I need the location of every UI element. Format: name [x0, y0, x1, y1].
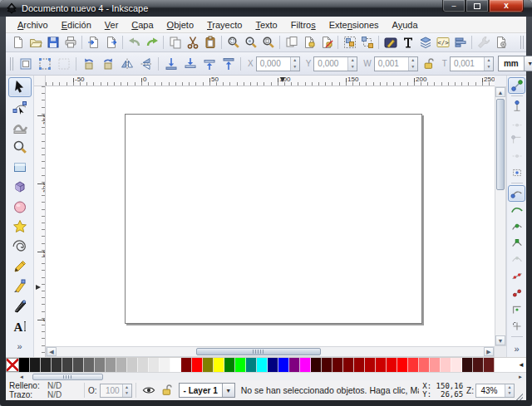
color-swatch[interactable]: [268, 358, 278, 372]
minimize-button[interactable]: –: [442, 0, 466, 12]
palette-scroll-left-icon[interactable]: ◄: [17, 374, 26, 380]
color-swatch[interactable]: [484, 358, 495, 372]
scroll-left-icon[interactable]: ◀: [47, 347, 57, 356]
export-document-button[interactable]: [102, 34, 120, 51]
color-swatch[interactable]: [127, 358, 138, 372]
color-swatch[interactable]: [408, 358, 419, 372]
snap-path-intersections-button[interactable]: [508, 218, 525, 235]
create-clone-button[interactable]: [300, 34, 318, 51]
color-swatch[interactable]: [246, 358, 257, 372]
menu-ver[interactable]: Ver: [98, 18, 126, 32]
horizontal-ruler[interactable]: -50050100150200250: [46, 76, 495, 86]
text-dialog-button[interactable]: [399, 34, 416, 51]
color-swatch[interactable]: [106, 358, 116, 372]
titlebar[interactable]: Documento nuevo 4 - Inkscape – x: [0, 0, 532, 17]
paste-button[interactable]: [201, 34, 219, 51]
snap-paths-button[interactable]: [508, 202, 525, 218]
pen-tool-button[interactable]: [8, 276, 32, 296]
align-dialog-button[interactable]: [451, 34, 469, 51]
color-swatch[interactable]: [300, 358, 311, 372]
tweak-tool-button[interactable]: [8, 117, 32, 137]
raise-button[interactable]: [200, 54, 219, 73]
unlink-clone-button[interactable]: [318, 34, 335, 51]
xml-editor-button[interactable]: </>: [434, 34, 451, 51]
lock-ratio-icon[interactable]: [421, 57, 436, 71]
layers-dialog-button[interactable]: [416, 34, 434, 51]
lower-to-bottom-button[interactable]: [161, 54, 180, 73]
text-tool-button[interactable]: A: [8, 316, 32, 336]
fill-stroke-indicator[interactable]: Relleno: N/D Trazo: N/D: [9, 381, 76, 399]
inkscape-preferences-button[interactable]: [475, 34, 492, 51]
vertical-scroll-thumb[interactable]: [496, 99, 505, 190]
menu-ayuda[interactable]: Ayuda: [386, 18, 425, 32]
color-swatch[interactable]: [430, 358, 441, 372]
deselect-button[interactable]: [54, 54, 73, 73]
palette-menu-arrow-icon[interactable]: ◄: [516, 358, 526, 372]
color-swatch[interactable]: [235, 358, 246, 372]
color-swatch[interactable]: [397, 358, 408, 372]
drawing-canvas[interactable]: [46, 86, 495, 346]
color-swatch[interactable]: [30, 358, 41, 372]
spinner[interactable]: ▲▼: [484, 57, 493, 71]
rotate-cw-button[interactable]: [98, 54, 117, 73]
unit-selector[interactable]: mm▼: [498, 56, 532, 71]
zoom-spinner[interactable]: ▲▼: [505, 384, 514, 397]
color-swatch[interactable]: [387, 358, 397, 372]
color-swatch[interactable]: [376, 358, 387, 372]
print-document-button[interactable]: [62, 34, 79, 51]
palette-scroll-right-icon[interactable]: ►: [516, 374, 525, 380]
snapbar-overflow-chevron[interactable]: »: [514, 344, 519, 354]
zoom-spinbox[interactable]: 43% ▲▼: [475, 384, 515, 398]
layer-dropdown-arrow-icon[interactable]: ▼: [222, 384, 234, 397]
menu-extensiones[interactable]: Extensiones: [323, 18, 386, 32]
menu-objeto[interactable]: Objeto: [160, 18, 200, 32]
snap-enable-button[interactable]: [508, 77, 525, 94]
field-t-spinbox[interactable]: 0,001 ▲▼: [450, 56, 494, 71]
spinner[interactable]: ▲▼: [347, 57, 357, 71]
menu-filtros[interactable]: Filtros: [284, 18, 323, 32]
zoom-drawing-button[interactable]: [242, 34, 259, 51]
raise-to-top-button[interactable]: [219, 54, 238, 73]
opacity-spinner[interactable]: ▲▼: [122, 384, 131, 397]
color-swatch[interactable]: [224, 358, 235, 372]
selector-tool-button[interactable]: [8, 77, 32, 97]
menu-texto[interactable]: Texto: [249, 18, 283, 32]
color-swatch[interactable]: [257, 358, 268, 372]
vertical-scrollbar[interactable]: ▲ ▼: [495, 86, 506, 346]
field-y-spinbox[interactable]: 0,000 ▲▼: [313, 56, 357, 71]
opacity-spinbox[interactable]: 100 ▲▼: [100, 384, 132, 398]
menu-archivo[interactable]: Archivo: [11, 18, 55, 32]
redo-button[interactable]: [143, 34, 160, 51]
resize-grip[interactable]: [516, 394, 523, 400]
layer-lock-icon[interactable]: [160, 384, 175, 397]
cut-button[interactable]: [184, 34, 201, 51]
scroll-up-icon[interactable]: ▲: [495, 87, 505, 97]
rotate-ccw-button[interactable]: [79, 54, 98, 73]
zoom-tool-button[interactable]: [8, 137, 32, 157]
new-document-button[interactable]: [9, 34, 27, 51]
color-swatch[interactable]: [289, 358, 300, 372]
toolbar-grip[interactable]: [10, 57, 13, 71]
node-tool-button[interactable]: [8, 97, 32, 117]
snap-midpoints-button[interactable]: [508, 268, 525, 285]
snap-bbox-button[interactable]: [508, 98, 525, 115]
toolbox-overflow-chevron[interactable]: »: [17, 341, 22, 351]
box3d-tool-button[interactable]: [8, 177, 32, 197]
layer-visibility-eye-icon[interactable]: [141, 384, 156, 397]
color-swatch[interactable]: [311, 358, 322, 372]
color-swatch[interactable]: [19, 358, 30, 372]
scroll-right-icon[interactable]: ▶: [484, 347, 494, 356]
color-swatch[interactable]: [73, 358, 84, 372]
select-all-layers-button[interactable]: [35, 54, 54, 73]
color-swatch[interactable]: [62, 358, 73, 372]
menu-edición[interactable]: Edición: [55, 18, 98, 32]
color-swatch[interactable]: [192, 358, 203, 372]
color-swatch[interactable]: [419, 358, 430, 372]
pencil-tool-button[interactable]: [8, 257, 32, 276]
import-document-button[interactable]: [85, 34, 102, 51]
unit-dropdown-arrow-icon[interactable]: ▼: [524, 56, 532, 71]
color-swatch[interactable]: [170, 358, 181, 372]
close-button[interactable]: x: [489, 0, 524, 12]
snap-cusp-nodes-button[interactable]: [508, 235, 525, 252]
toolbar-grip[interactable]: [520, 36, 524, 49]
